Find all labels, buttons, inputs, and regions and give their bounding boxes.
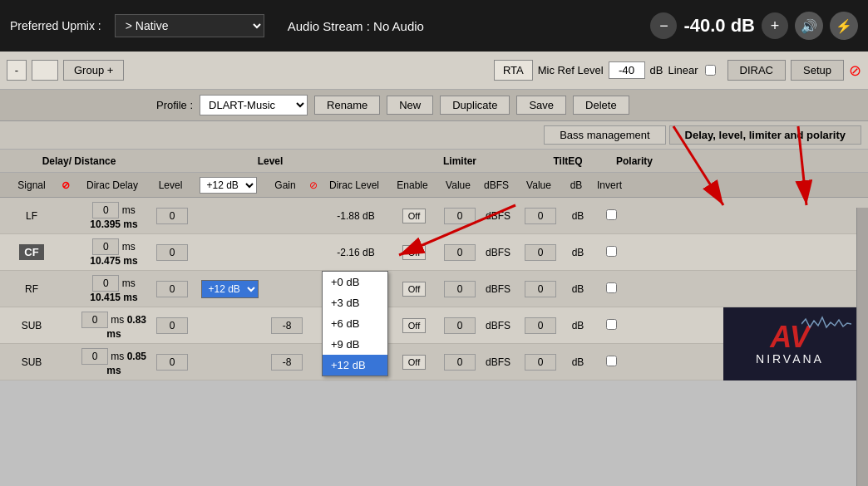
invert-subheader: Invert	[589, 179, 630, 191]
dirac-delay-cell: ms 10.395 ms	[76, 202, 151, 230]
rename-button[interactable]: Rename	[314, 96, 380, 115]
enable-button[interactable]: Off	[402, 245, 426, 260]
db-label: dB	[650, 64, 663, 76]
invert-cell	[590, 209, 632, 223]
invert-checkbox[interactable]	[606, 282, 617, 293]
prev-page-button[interactable]: -	[7, 60, 27, 81]
level-input[interactable]	[156, 317, 188, 334]
volume-down-button[interactable]: −	[650, 12, 677, 39]
gain-input[interactable]	[271, 317, 303, 334]
tilt-input[interactable]	[525, 354, 556, 371]
value-input[interactable]	[444, 317, 476, 334]
speaker-icon-button[interactable]: 🔊	[795, 12, 823, 40]
delay-input[interactable]	[92, 238, 119, 255]
second-bar: - 1 Group + RTA Mic Ref Level dB Linear …	[0, 52, 868, 90]
level-cell	[151, 208, 193, 224]
power-icon-button[interactable]: ⚡	[830, 12, 858, 40]
gain-subheader: Gain	[264, 179, 306, 191]
table-body: LF ms 10.395 ms -1.88 dB Off dBFS dB CF …	[0, 198, 868, 380]
dirac-level-subheader: Dirac Level	[321, 179, 387, 191]
tilt-value-subheader: Value	[514, 179, 564, 191]
volume-up-button[interactable]: +	[762, 12, 788, 39]
delay-input[interactable]	[81, 348, 108, 365]
page-number-input[interactable]: 1	[32, 60, 58, 81]
audio-stream-label: Audio Stream : No Audio	[288, 19, 638, 33]
tilt-input[interactable]	[525, 281, 556, 297]
invert-checkbox[interactable]	[606, 356, 617, 366]
enable-button[interactable]: Off	[402, 209, 426, 223]
level-input[interactable]	[156, 354, 188, 371]
table-row: RF ms 10.415 ms +12 dB -1.94 dB Off dBFS…	[0, 271, 868, 307]
limiter-header: Limiter	[389, 155, 530, 167]
gain-warn-subheader: ⊘	[306, 179, 321, 191]
upmix-select[interactable]: > Native	[115, 14, 264, 37]
table-row: LF ms 10.395 ms -1.88 dB Off dBFS dB	[0, 198, 868, 234]
value-input[interactable]	[444, 208, 476, 224]
value-input[interactable]	[444, 281, 476, 297]
enable-subheader: Enable	[387, 179, 437, 191]
save-button[interactable]: Save	[516, 96, 566, 115]
delay-input[interactable]	[92, 275, 119, 292]
profile-label: Profile :	[156, 99, 193, 111]
enable-button[interactable]: Off	[402, 355, 426, 370]
level-input[interactable]	[156, 244, 188, 261]
rta-section: RTA Mic Ref Level dB Linear DIRAC Setup …	[494, 60, 861, 81]
level-input[interactable]	[156, 281, 188, 297]
level-input[interactable]	[156, 208, 188, 224]
bass-management-tab[interactable]: Bass management	[544, 125, 665, 145]
level-header: Level	[151, 155, 389, 167]
table-row: CF ms 10.475 ms -2.16 dB Off dBFS dB	[0, 234, 868, 271]
value-cell	[439, 208, 481, 224]
cf-signal-cell: CF	[19, 244, 43, 260]
invert-checkbox[interactable]	[606, 319, 617, 330]
delay-input[interactable]	[81, 312, 108, 328]
value-subheader: Value	[437, 179, 479, 191]
duplicate-button[interactable]: Duplicate	[440, 96, 510, 115]
level-subheader: Level	[150, 179, 191, 191]
delete-button[interactable]: Delete	[573, 96, 629, 115]
setup-button[interactable]: Setup	[791, 60, 844, 81]
tilt-eq-header: TiltEQ	[530, 155, 605, 167]
tilt-input[interactable]	[525, 317, 556, 334]
rta-button[interactable]: RTA	[494, 60, 533, 81]
profile-bar: Profile : DLART-Music Rename New Duplica…	[0, 90, 868, 121]
enable-button[interactable]: Off	[402, 282, 426, 297]
level-dropdown[interactable]: +12 dB	[200, 177, 257, 194]
tilt-input[interactable]	[525, 208, 556, 224]
gain-input[interactable]	[271, 354, 303, 371]
dirac-button[interactable]: DIRAC	[727, 60, 786, 81]
waveform-svg	[801, 316, 851, 332]
invert-checkbox[interactable]	[606, 209, 617, 220]
tilt-cell	[515, 208, 565, 224]
new-button[interactable]: New	[387, 96, 433, 115]
dirac-level-cell: -1.88 dB	[323, 210, 389, 222]
polarity-header: Polarity	[605, 155, 663, 167]
db-display: -40.0 dB	[683, 15, 755, 37]
enable-cell: Off	[389, 209, 439, 223]
delay-level-tab[interactable]: Delay, level, limiter and polarity	[669, 125, 861, 145]
setup-warning-icon: ⊘	[849, 61, 861, 80]
delay-input[interactable]	[92, 202, 119, 218]
signal-subheader: Signal	[7, 179, 57, 191]
value-input[interactable]	[444, 244, 476, 261]
value-input[interactable]	[444, 354, 476, 371]
delay-distance-header: Delay/ Distance	[7, 155, 151, 167]
top-bar: Preferred Upmix : > Native Audio Stream …	[0, 0, 868, 52]
linear-label: Linear	[668, 64, 698, 76]
mic-ref-input[interactable]	[609, 61, 645, 79]
volume-controls: − -40.0 dB + 🔊 ⚡	[650, 12, 858, 40]
enable-button[interactable]: Off	[402, 318, 426, 333]
signal-cell: LF	[7, 210, 57, 222]
av-nirvana-logo: AV NIRVANA	[723, 307, 856, 380]
invert-checkbox[interactable]	[606, 246, 617, 257]
profile-select[interactable]: DLART-Music	[200, 95, 308, 115]
tilt-input[interactable]	[525, 244, 556, 261]
linear-checkbox[interactable]	[705, 65, 716, 76]
level-dropdown-rf[interactable]: +12 dB	[201, 280, 259, 298]
warn-subheader: ⊘	[57, 179, 75, 191]
dirac-delay-subheader: Dirac Delay	[75, 179, 150, 191]
scrollbar[interactable]	[856, 208, 868, 486]
group-plus-button[interactable]: Group +	[63, 60, 124, 81]
mic-ref-level-label: Mic Ref Level	[538, 64, 604, 76]
tab-bar: Bass management Delay, level, limiter an…	[0, 121, 868, 150]
